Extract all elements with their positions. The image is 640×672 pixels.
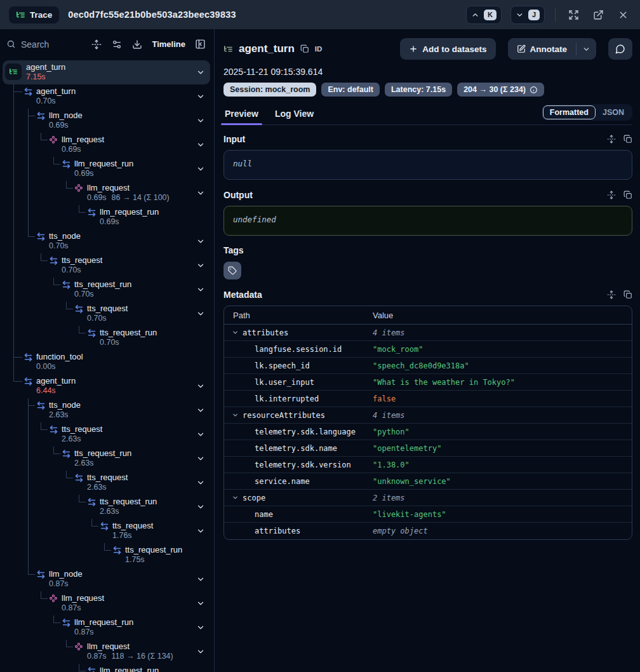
chevron-down-icon[interactable]	[196, 454, 205, 463]
tree-row-llm_request_run[interactable]: llm_request_run0.69s	[0, 157, 214, 181]
tree-row-tts_request_run[interactable]: tts_request_run2.63s	[0, 495, 214, 519]
chevron-down-icon[interactable]	[196, 599, 205, 608]
tree-row-llm_request_run[interactable]: llm_request_run0.87s	[0, 615, 214, 640]
copy-icon[interactable]	[623, 191, 632, 199]
chevron-down-icon[interactable]	[232, 329, 239, 336]
tab-preview[interactable]: Preview	[223, 105, 260, 124]
chevron-down-icon[interactable]	[196, 647, 205, 656]
chevron-down-icon[interactable]	[196, 140, 205, 149]
copy-icon[interactable]	[623, 290, 632, 299]
tree-row-tts_request[interactable]: tts_request0.70s	[0, 253, 214, 278]
add-tag-button[interactable]	[223, 262, 241, 279]
expand-all-icon[interactable]	[90, 37, 103, 51]
tree-row-tts_request[interactable]: tts_request0.70s	[0, 302, 214, 326]
chevron-down-icon[interactable]	[196, 237, 205, 246]
chevron-down-icon[interactable]	[196, 116, 205, 125]
span-name: llm_request	[87, 642, 130, 651]
tree-row-tts_request[interactable]: tts_request2.63s	[0, 422, 214, 447]
session-badge[interactable]: Session: mock_room	[223, 83, 316, 97]
tree-row-function_tool[interactable]: function_tool0.00s	[0, 350, 214, 374]
next-observation-button[interactable]: J	[510, 6, 545, 24]
tab-log-view[interactable]: Log View	[274, 105, 315, 124]
close-button[interactable]	[615, 7, 631, 23]
search-input[interactable]	[21, 39, 65, 50]
span-token-usage: 86 → 14 (Σ 100)	[112, 193, 170, 202]
tree-guide-elbow	[28, 574, 35, 575]
chevron-down-icon[interactable]	[196, 406, 205, 415]
output-section-title: Output	[223, 190, 253, 200]
tree-row-tts_node[interactable]: tts_node2.63s	[0, 398, 214, 422]
chevron-down-icon[interactable]	[196, 285, 205, 294]
filter-settings-icon[interactable]	[110, 37, 124, 51]
metadata-key-cell[interactable]: resourceAttributes	[224, 411, 373, 420]
tree-row-llm_request[interactable]: llm_request0.87s118 → 16 (Σ 134)	[0, 640, 214, 664]
metadata-key-cell[interactable]: scope	[224, 494, 373, 502]
copy-id-icon[interactable]	[300, 44, 309, 53]
chevron-down-icon[interactable]	[196, 478, 205, 487]
tree-row-agent_turn[interactable]: agent_turn6.44s	[0, 374, 214, 398]
tree-row-agent_turn[interactable]: agent_turn0.70s	[0, 84, 214, 109]
chevron-down-icon[interactable]	[196, 382, 205, 391]
tree-guide-line	[28, 447, 29, 471]
tree-row-tts_node[interactable]: tts_node0.70s	[0, 229, 214, 253]
chevron-down-icon[interactable]	[196, 502, 205, 511]
metadata-section-title: Metadata	[223, 290, 262, 300]
tree-guide-line	[28, 157, 29, 181]
tree-row-llm_request[interactable]: llm_request0.69s	[0, 133, 214, 157]
comments-button[interactable]	[608, 38, 632, 60]
prev-observation-button[interactable]: K	[466, 6, 502, 24]
format-formatted-option[interactable]: Formatted	[543, 105, 596, 119]
annotate-dropdown-chevron[interactable]	[577, 38, 596, 60]
tree-row-llm_node[interactable]: llm_node0.87s	[0, 567, 214, 591]
open-external-button[interactable]	[590, 7, 606, 23]
metadata-value: "opentelemetry"	[373, 444, 441, 453]
copy-icon[interactable]	[623, 135, 632, 144]
chevron-down-icon[interactable]	[232, 494, 239, 501]
tree-row-llm_request[interactable]: llm_request0.87s	[0, 591, 214, 615]
tree-guide-elbow	[28, 405, 35, 406]
unfold-icon[interactable]	[607, 135, 616, 144]
chevron-down-icon[interactable]	[196, 623, 205, 632]
unfold-icon[interactable]	[607, 290, 616, 299]
span-name: tts_request_run	[74, 279, 131, 289]
chevron-down-icon[interactable]	[196, 165, 205, 173]
span-icon	[62, 618, 71, 628]
unfold-icon[interactable]	[607, 191, 616, 199]
tree-row-tts_request[interactable]: tts_request2.63s	[0, 471, 214, 495]
collapse-panel-icon[interactable]	[193, 37, 208, 51]
metadata-key-cell[interactable]: attributes	[224, 328, 373, 337]
tree-row-tts_request_run[interactable]: tts_request_run1.75s	[0, 543, 214, 567]
observation-timestamp: 2025-11-21 09:15:39.614	[223, 67, 632, 77]
chevron-down-icon[interactable]	[196, 527, 205, 535]
chevron-down-icon[interactable]	[196, 309, 205, 318]
span-duration: 2.63s	[49, 410, 69, 419]
expand-fullscreen-button[interactable]	[566, 7, 582, 23]
annotate-button[interactable]: Annotate	[508, 38, 577, 60]
tree-row-tts_request_run[interactable]: tts_request_run0.70s	[0, 326, 214, 350]
tree-row-llm_node[interactable]: llm_node0.69s	[0, 109, 214, 133]
tree-row-tts_request_run[interactable]: tts_request_run0.70s	[0, 278, 214, 302]
span-icon	[23, 87, 33, 97]
span-duration: 0.70s	[62, 265, 81, 274]
tree-row-agent_turn[interactable]: agent_turn7.15s	[0, 60, 214, 84]
tree-guide-elbow	[79, 671, 86, 671]
chevron-down-icon[interactable]	[196, 68, 205, 77]
format-json-option[interactable]: JSON	[596, 105, 631, 119]
tree-row-llm_request_run[interactable]: llm_request_run0.69s	[0, 205, 214, 229]
tree-guide-line	[13, 157, 14, 181]
tree-row-tts_request_run[interactable]: tts_request_run2.63s	[0, 447, 214, 471]
tree-row-llm_request[interactable]: llm_request0.69s86 → 14 (Σ 100)	[0, 181, 214, 205]
add-to-datasets-button[interactable]: Add to datasets	[400, 38, 495, 60]
chevron-down-icon[interactable]	[196, 189, 205, 198]
chevron-down-icon[interactable]	[196, 575, 205, 584]
chevron-down-icon[interactable]	[196, 261, 205, 270]
span-duration: 2.63s	[87, 483, 107, 492]
chevron-down-icon[interactable]	[232, 412, 239, 419]
chevron-down-icon[interactable]	[196, 92, 205, 101]
tree-row-tts_request[interactable]: tts_request1.76s	[0, 519, 214, 543]
chevron-down-icon[interactable]	[196, 430, 205, 439]
timeline-toggle-button[interactable]: Timeline	[150, 37, 187, 51]
metadata-row: telemetry.sdk.version"1.38.0"	[224, 457, 632, 473]
tree-row-llm_request_run[interactable]: llm_request_run0.86s	[0, 664, 214, 672]
download-icon[interactable]	[130, 37, 144, 51]
